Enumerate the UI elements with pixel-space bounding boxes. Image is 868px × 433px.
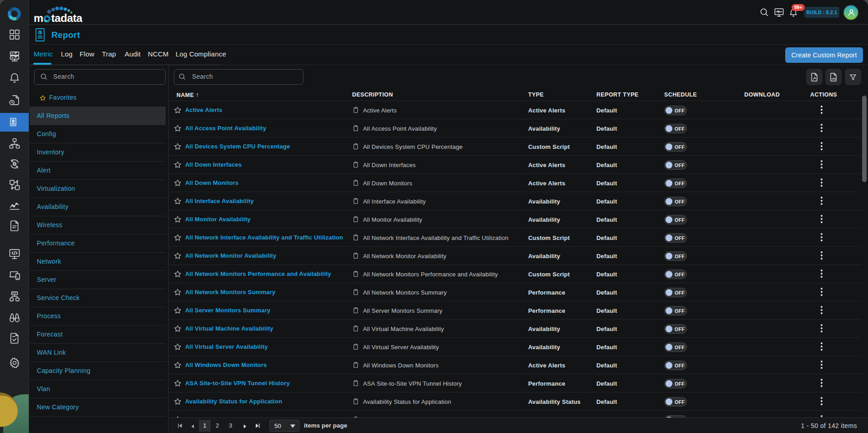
svg-text:CSV: CSV (832, 78, 836, 80)
